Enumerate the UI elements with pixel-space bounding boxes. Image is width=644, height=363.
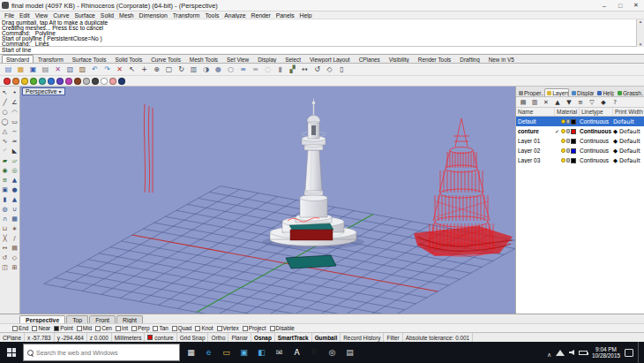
command-prompt-input[interactable]: Start of line — [0, 47, 644, 54]
red-highlight-mass[interactable] — [414, 226, 513, 256]
scale-tool-icon[interactable]: ◇ — [10, 253, 19, 262]
layer-visibility-bulb-icon[interactable] — [561, 148, 565, 153]
copy-icon[interactable]: ▧ — [64, 64, 76, 75]
menu-item[interactable]: Surface — [71, 12, 97, 19]
ball-purple-icon[interactable] — [56, 78, 64, 85]
join-tool-icon[interactable]: ⊔ — [0, 223, 10, 233]
torus-tool-icon[interactable]: ◍ — [0, 204, 10, 214]
status-pane[interactable]: Record History — [341, 333, 384, 342]
select-icon[interactable]: ↖ — [126, 64, 138, 75]
layer-help-button[interactable]: ? — [610, 98, 620, 107]
layer-name[interactable]: Layer 03 — [516, 157, 555, 163]
layer-lock-icon[interactable] — [566, 119, 570, 124]
scroll-down-icon[interactable]: ▼ — [639, 42, 642, 47]
osnap-toggle[interactable]: Disable — [270, 325, 295, 331]
adobe-reader-icon[interactable]: A — [289, 345, 304, 360]
Default[interactable]: Default Continuous Default — [516, 117, 644, 126]
photos-icon[interactable]: ◧ — [254, 345, 269, 360]
checkbox[interactable] — [77, 326, 82, 331]
cone-tool-icon[interactable]: ▲ — [10, 194, 19, 204]
toolbar-tab[interactable]: Mesh Tools — [185, 55, 222, 63]
layer-name[interactable]: conture — [516, 128, 555, 134]
checkbox[interactable] — [95, 326, 101, 331]
taskbar-search-box[interactable] — [23, 344, 180, 361]
box-tool-icon[interactable]: ▣ — [0, 185, 10, 194]
cut-icon[interactable]: ✕ — [52, 64, 64, 75]
ball-white-icon[interactable] — [101, 78, 108, 85]
layers-panel-icon[interactable]: ≡ — [237, 64, 249, 75]
red-curve-objects[interactable] — [144, 104, 153, 193]
mirror-tool-icon[interactable]: ◫ — [0, 262, 10, 272]
start-button[interactable] — [0, 342, 23, 363]
print-icon[interactable]: ▤ — [40, 64, 51, 75]
menu-item[interactable]: View — [33, 12, 51, 19]
menu-item[interactable]: Help — [297, 12, 315, 19]
status-pane[interactable]: z 0.000 — [87, 333, 112, 342]
shaded-view-icon[interactable]: ● — [213, 64, 224, 75]
viewport-canvas[interactable] — [20, 87, 515, 314]
scroll-up-icon[interactable]: ▲ — [639, 19, 642, 24]
ball-magenta-icon[interactable] — [65, 78, 72, 85]
ball-yellow-icon[interactable] — [21, 78, 28, 85]
checkbox[interactable] — [32, 326, 37, 331]
checkbox[interactable] — [270, 326, 275, 331]
viewport-tab[interactable]: Right — [116, 315, 143, 323]
surface-tool-icon[interactable]: ▰ — [0, 155, 10, 165]
ball-navy-icon[interactable] — [118, 78, 125, 85]
open-file-icon[interactable]: ▦ — [15, 64, 26, 75]
ball-gray-icon[interactable] — [83, 78, 90, 85]
panel-tab[interactable]: Grassh... — [615, 88, 644, 96]
move-layer-down-button[interactable]: ▼ — [564, 98, 574, 107]
redo-icon[interactable]: ↷ — [101, 64, 113, 75]
toolbar-tab[interactable]: Set View — [222, 55, 253, 63]
wifi-icon[interactable] — [556, 350, 565, 356]
curve-tool-icon[interactable]: ~ — [10, 126, 19, 136]
menu-item[interactable]: File — [2, 12, 17, 19]
panel-tab[interactable]: Proper... — [516, 88, 544, 96]
layer-color-swatch[interactable] — [571, 119, 576, 125]
osnap-toggle[interactable]: Perp — [131, 325, 150, 331]
viewport-tab[interactable]: Perspective — [19, 315, 65, 323]
layer-print-width[interactable]: ◆ Default — [613, 128, 644, 135]
checkbox[interactable] — [131, 326, 137, 331]
ball-green-icon[interactable] — [30, 78, 37, 85]
sweep-tool-icon[interactable]: ◎ — [10, 165, 19, 175]
layer-color-swatch[interactable] — [571, 148, 576, 154]
delete-layer-button[interactable]: ✕ — [541, 98, 551, 107]
osnap-toggle[interactable]: Near — [32, 325, 50, 331]
osnap-toggle[interactable]: Quad — [172, 325, 192, 331]
point-tool-icon[interactable]: • — [10, 87, 19, 97]
osnap-toggle[interactable]: Vertex — [217, 325, 239, 331]
filter-layers-button[interactable]: ▽ — [587, 98, 597, 107]
layer-linetype[interactable]: Continuous — [580, 147, 613, 154]
menu-item[interactable]: Curve — [50, 12, 71, 19]
layer-linetype[interactable]: Continuous — [580, 138, 613, 144]
new-layer-button[interactable]: ▤ — [518, 98, 528, 107]
osnap-toggle[interactable]: End — [12, 325, 28, 331]
toolbar-tab[interactable]: Drafting — [455, 55, 483, 63]
store-icon[interactable]: ▣ — [236, 345, 251, 360]
search-input[interactable] — [36, 350, 168, 356]
scale-icon[interactable]: ◇ — [324, 64, 335, 75]
polygon-tool-icon[interactable]: △ — [0, 126, 10, 136]
rectangle-tool-icon[interactable]: ▭ — [10, 117, 19, 126]
notepad-icon[interactable]: ▤ — [342, 345, 357, 360]
layer-linetype[interactable]: Continuous — [580, 118, 613, 125]
layer-lock-icon[interactable] — [566, 129, 570, 133]
osnap-toggle[interactable]: Mid — [77, 325, 92, 331]
checkbox[interactable] — [243, 326, 248, 331]
status-pane[interactable]: Gumball — [312, 333, 341, 342]
status-pane[interactable]: Osnap — [251, 333, 275, 342]
toolbar-tab[interactable]: Transform — [34, 55, 68, 63]
taskbar-clock[interactable]: 9:04 PM 10/28/2015 — [592, 346, 620, 359]
viewport-title[interactable]: Perspective — [22, 87, 65, 95]
checkbox[interactable] — [54, 326, 59, 331]
layer-lock-icon[interactable] — [566, 139, 570, 143]
ball-teal-icon[interactable] — [39, 78, 46, 85]
explode-tool-icon[interactable]: ∗ — [10, 223, 19, 233]
mesh-tool-icon[interactable]: ▦ — [10, 214, 19, 223]
tower-model[interactable] — [270, 99, 356, 246]
layer-lock-icon[interactable] — [566, 158, 570, 163]
command-scrollbar[interactable]: ▲▼ — [636, 19, 644, 47]
battery-icon[interactable] — [579, 351, 588, 355]
